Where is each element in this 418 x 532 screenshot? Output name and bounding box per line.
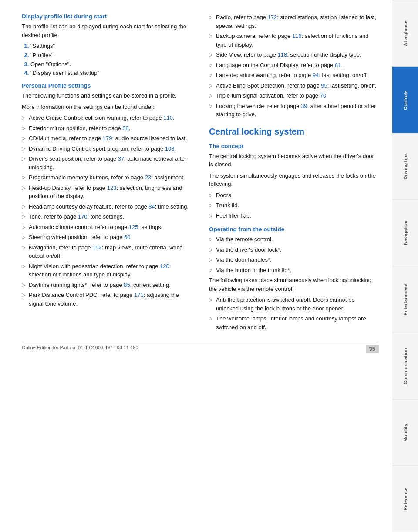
list-item: ▷Locking the vehicle, refer to page 39: … <box>209 102 379 119</box>
sidebar-item-at-a-glance[interactable]: At a glance <box>392 0 418 67</box>
list-item: ▷Steering wheel position, refer to page … <box>22 233 192 242</box>
two-column-layout: Display profile list during start The pr… <box>22 13 379 333</box>
bullet-arrow-icon: ▷ <box>22 223 25 231</box>
bullet-arrow-icon: ▷ <box>22 155 25 162</box>
bullet-arrow-icon: ▷ <box>22 244 25 251</box>
section1-para1: The profile list can be displayed during… <box>22 22 192 39</box>
right-top-bullets: ▷Radio, refer to page 172: stored statio… <box>209 13 379 119</box>
bullet-arrow-icon: ▷ <box>22 184 25 192</box>
bullet-arrow-icon: ▷ <box>209 315 212 322</box>
list-item: ▷Triple turn signal activation, refer to… <box>209 91 379 100</box>
section2-para2: More information on the settings can be … <box>22 103 192 111</box>
main-content: Display profile list during start The pr… <box>0 0 392 532</box>
list-item: ▷Programmable memory buttons, refer to p… <box>22 173 192 182</box>
central-locking-title: Central locking system <box>209 127 379 137</box>
list-item: ▷Trunk lid. <box>209 201 379 210</box>
step-2: "Profiles" <box>30 51 192 60</box>
list-item: ▷Doors. <box>209 191 379 200</box>
bullet-arrow-icon: ▷ <box>209 256 212 263</box>
bullet-arrow-icon: ▷ <box>22 291 25 299</box>
bullet-arrow-icon: ▷ <box>22 281 25 289</box>
list-item: ▷Via the button in the trunk lid*. <box>209 266 379 275</box>
list-item: ▷Via the remote control. <box>209 235 379 244</box>
list-item: ▷Side View, refer to page 118: selection… <box>209 51 379 59</box>
step-4: "Display user list at startup" <box>30 69 192 78</box>
outside-subtitle: Operating from the outside <box>209 226 379 232</box>
list-item: ▷Backup camera, refer to page 116: selec… <box>209 32 379 49</box>
bullet-arrow-icon: ▷ <box>209 192 212 199</box>
list-item: ▷Via the driver's door lock*. <box>209 246 379 254</box>
list-item: ▷Exterior mirror position, refer to page… <box>22 124 192 133</box>
sidebar-item-driving-tips[interactable]: Driving tips <box>392 133 418 200</box>
footer-text: Online Edition for Part no. 01 40 2 606 … <box>22 345 138 353</box>
sidebar-item-communication[interactable]: Communication <box>392 333 418 399</box>
sidebar-item-reference[interactable]: Reference <box>392 465 418 532</box>
list-item: ▷Anti-theft protection is switched on/of… <box>209 296 379 313</box>
sidebar-item-navigation[interactable]: Navigation <box>392 199 418 266</box>
bullet-arrow-icon: ▷ <box>209 13 212 21</box>
sidebar-item-mobility[interactable]: Mobility <box>392 399 418 466</box>
list-item: ▷The welcome lamps, interior lamps and c… <box>209 314 379 331</box>
list-item: ▷Radio, refer to page 172: stored statio… <box>209 13 379 30</box>
section1-steps-list: "Settings" "Profiles" Open "Options". "D… <box>30 42 192 78</box>
list-item: ▷Navigation, refer to page 152: map view… <box>22 243 192 260</box>
page-footer: Online Edition for Part no. 01 40 2 606 … <box>22 342 379 353</box>
bullet-arrow-icon: ▷ <box>22 125 25 132</box>
bullet-arrow-icon: ▷ <box>22 203 25 210</box>
bullet-arrow-icon: ▷ <box>209 71 212 79</box>
right-column: ▷Radio, refer to page 172: stored statio… <box>209 13 379 333</box>
sidebar-item-entertainment[interactable]: Entertainment <box>392 266 418 333</box>
list-item: ▷Lane departure warning, refer to page 9… <box>209 71 379 80</box>
list-item: ▷Head-up Display, refer to page 123: sel… <box>22 184 192 201</box>
bullet-arrow-icon: ▷ <box>209 246 212 253</box>
list-item: ▷Driver's seat position, refer to page 3… <box>22 155 192 172</box>
list-item: ▷Language on the Control Display, refer … <box>209 61 379 70</box>
sidebar-item-controls[interactable]: Controls <box>392 67 418 133</box>
list-item: ▷CD/Multimedia, refer to page 179: audio… <box>22 134 192 143</box>
bullet-arrow-icon: ▷ <box>22 145 25 152</box>
section2-bullets: ▷Active Cruise Control: collision warnin… <box>22 114 192 308</box>
section1-title: Display profile list during start <box>22 13 192 20</box>
sidebar: At a glance Controls Driving tips Naviga… <box>392 0 418 532</box>
bullet-arrow-icon: ▷ <box>22 114 25 121</box>
list-item: ▷Night Vision with pedestrian detection,… <box>22 262 192 279</box>
list-item: ▷Automatic climate control, refer to pag… <box>22 223 192 232</box>
section2-title: Personal Profile settings <box>22 82 192 89</box>
bullet-arrow-icon: ▷ <box>209 82 212 89</box>
concept-para2: The system simultaneously engages and re… <box>209 172 379 189</box>
list-item: ▷Park Distance Control PDC, refer to pag… <box>22 291 192 308</box>
bullet-arrow-icon: ▷ <box>22 174 25 181</box>
concept-bullets: ▷Doors. ▷Trunk lid. ▷Fuel filler flap. <box>209 191 379 220</box>
outside-bullets: ▷Via the remote control. ▷Via the driver… <box>209 235 379 274</box>
bullet-arrow-icon: ▷ <box>209 266 212 274</box>
list-item: ▷Tone, refer to page 170: tone settings. <box>22 212 192 221</box>
bullet-arrow-icon: ▷ <box>209 32 212 40</box>
bullet-arrow-icon: ▷ <box>209 296 212 303</box>
page-number: 35 <box>366 345 379 353</box>
left-column: Display profile list during start The pr… <box>22 13 192 333</box>
list-item: ▷Headlamp courtesy delay feature, refer … <box>22 202 192 211</box>
concept-subtitle: The concept <box>209 143 379 149</box>
list-item: ▷Fuel filler flap. <box>209 212 379 220</box>
bullet-arrow-icon: ▷ <box>209 102 212 110</box>
section2-para1: The following functions and settings can… <box>22 91 192 100</box>
step-3: Open "Options". <box>30 60 192 69</box>
list-item: ▷Active Blind Spot Detection, refer to p… <box>209 81 379 90</box>
remote-bullets: ▷Anti-theft protection is switched on/of… <box>209 296 379 331</box>
bullet-arrow-icon: ▷ <box>209 212 212 219</box>
step-1: "Settings" <box>30 42 192 51</box>
bullet-arrow-icon: ▷ <box>209 236 212 243</box>
bullet-arrow-icon: ▷ <box>209 51 212 58</box>
outside-para: The following takes place simultaneously… <box>209 276 379 293</box>
bullet-arrow-icon: ▷ <box>22 233 25 241</box>
concept-para1: The central locking system becomes activ… <box>209 152 379 169</box>
list-item: ▷Active Cruise Control: collision warnin… <box>22 114 192 122</box>
bullet-arrow-icon: ▷ <box>209 202 212 209</box>
bullet-arrow-icon: ▷ <box>22 263 25 270</box>
bullet-arrow-icon: ▷ <box>209 92 212 99</box>
list-item: ▷Daytime running lights*, refer to page … <box>22 281 192 290</box>
bullet-arrow-icon: ▷ <box>22 213 25 220</box>
bullet-arrow-icon: ▷ <box>22 135 25 142</box>
list-item: ▷Dynamic Driving Control: sport program,… <box>22 145 192 153</box>
bullet-arrow-icon: ▷ <box>209 61 212 69</box>
